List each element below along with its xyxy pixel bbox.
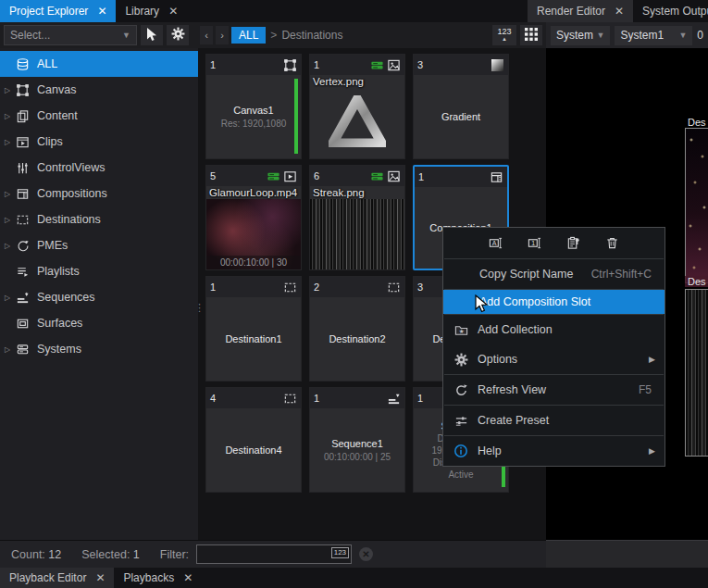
asset-tile-destination2[interactable]: 2Destination2 — [309, 276, 405, 382]
sidebar-item-label: Canvas — [37, 83, 76, 96]
sidebar-item-systems[interactable]: ▷Systems — [0, 336, 198, 362]
sidebar-item-label: PMEs — [37, 239, 68, 252]
tab-label: Library — [125, 5, 159, 18]
sidebar-item-compositions[interactable]: ▷Compositions — [0, 181, 198, 206]
sidebar-item-pmes[interactable]: ▷PMEs — [0, 232, 198, 258]
tab-project-explorer[interactable]: Project Explorer✕ — [0, 0, 116, 22]
tile-subtitle: 00:10:00:00 | 25 — [324, 452, 391, 462]
back-button[interactable]: ‹ — [200, 26, 213, 44]
shortcut-label: Ctrl+Shift+C — [591, 268, 652, 281]
pointer-tool-button[interactable] — [141, 25, 163, 45]
grid-view-button[interactable] — [520, 25, 542, 45]
close-icon[interactable]: ✕ — [183, 571, 193, 584]
paste-script-button[interactable] — [565, 234, 583, 253]
expand-arrow-icon[interactable]: ▷ — [0, 86, 15, 94]
tab-label: Playback Editor — [9, 571, 86, 584]
tile-number: 2 — [314, 281, 384, 293]
asset-tile-glamourloop-mp4[interactable]: 5GlamourLoop.mp400:00:10:00 | 30 — [205, 165, 302, 270]
asset-tile-vertex-png[interactable]: 1Vertex.png — [309, 54, 405, 159]
menu-item-create-preset[interactable]: Create Preset — [443, 406, 665, 435]
triangle-up-icon: ▲ — [502, 35, 507, 43]
canvas-icon — [283, 58, 297, 72]
tab-system-output[interactable]: System Output — [633, 0, 708, 22]
vertex-logo-thumbnail — [310, 75, 404, 158]
rename-text-button[interactable]: A — [487, 234, 505, 253]
close-icon[interactable]: ✕ — [615, 5, 624, 18]
forward-button[interactable]: › — [216, 26, 229, 44]
close-icon[interactable]: ✕ — [168, 5, 178, 18]
asset-tile-destination4[interactable]: 4Destination4 — [205, 387, 302, 493]
tab-playbacks[interactable]: Playbacks✕ — [114, 568, 202, 588]
sidebar-item-all[interactable]: ALL — [0, 51, 198, 77]
destination-preview[interactable] — [685, 289, 708, 457]
menu-item-options[interactable]: Options▶ — [443, 344, 665, 374]
filter-input[interactable] — [197, 549, 317, 560]
sidebar-item-clips[interactable]: ▷Clips — [0, 129, 198, 155]
expand-arrow-icon[interactable]: ▷ — [0, 190, 15, 198]
destination-preview[interactable]: Des — [685, 117, 708, 283]
asset-tile-canvas1[interactable]: 1Canvas1Res: 1920,1080 — [205, 54, 302, 159]
expand-arrow-icon[interactable]: ▷ — [0, 345, 15, 354]
tile-number: 1 — [314, 59, 367, 70]
tab-label: Render Editor — [537, 5, 605, 18]
composition-icon — [490, 170, 503, 184]
pmes-icon — [15, 238, 31, 254]
tab-library[interactable]: Library✕ — [116, 0, 187, 22]
asset-tile-sequence1[interactable]: 1Sequence100:10:00:00 | 25 — [309, 387, 405, 493]
gradient-icon — [491, 58, 504, 72]
system-instance-dropdown[interactable]: System1▼ — [615, 26, 692, 45]
tile-body: Canvas1Res: 1920,1080 — [206, 75, 301, 158]
expand-arrow-icon[interactable]: ▷ — [0, 294, 15, 302]
asset-tile-destination1[interactable]: 1Destination1 — [205, 276, 302, 382]
sidebar-item-controlviews[interactable]: ControlViews — [0, 155, 198, 181]
canvas-icon — [15, 82, 31, 98]
image-icon — [387, 169, 401, 183]
tab-playback-editor[interactable]: Playback Editor✕ — [0, 568, 114, 588]
rename-number-button[interactable]: 1 — [526, 234, 544, 253]
menu-item-help[interactable]: Help▶ — [443, 436, 665, 466]
selected-value: 1 — [133, 548, 140, 561]
video-icon — [283, 169, 297, 183]
close-icon[interactable]: ✕ — [95, 571, 105, 584]
asset-tile-streak-png[interactable]: 6Streak.png — [309, 165, 405, 270]
numbers-filter-button[interactable]: 123▲ — [492, 25, 516, 45]
destination-preview-label: Des — [685, 117, 708, 128]
tile-name: Gradient — [441, 111, 480, 122]
sidebar-item-playlists[interactable]: Playlists — [0, 258, 198, 284]
destination-preview-thumbnail — [685, 128, 708, 283]
playlists-icon — [15, 264, 31, 280]
tile-body: Sequence100:10:00:00 | 25 — [310, 408, 404, 492]
select-dropdown[interactable]: Select... ▼ — [4, 25, 137, 45]
expand-arrow-icon[interactable]: ▷ — [0, 242, 15, 250]
numbers-badge-icon: 123 — [331, 547, 349, 558]
sidebar-item-content[interactable]: ▷Content — [0, 103, 198, 129]
menu-item-label: Copy Script Name — [479, 268, 591, 281]
system-dropdown[interactable]: System▼ — [551, 26, 610, 45]
menu-item-label: Add Collection — [478, 323, 655, 336]
icon-spacer — [454, 294, 471, 310]
sidebar-item-canvas[interactable]: ▷Canvas — [0, 77, 198, 103]
delete-button[interactable] — [603, 234, 622, 253]
expand-arrow-icon[interactable]: ▷ — [0, 112, 15, 120]
expand-arrow-icon[interactable]: ▷ — [0, 138, 15, 146]
breadcrumb-root[interactable]: ALL — [231, 27, 266, 44]
systems-icon — [15, 342, 31, 357]
menu-item-add-collection[interactable]: ★Add Collection — [443, 315, 665, 344]
add-collection-icon: ★ — [453, 321, 469, 338]
close-icon[interactable]: ✕ — [97, 5, 106, 18]
breadcrumb-current[interactable]: Destinations — [281, 29, 342, 42]
mouse-cursor — [474, 294, 491, 318]
menu-item-label: Refresh View — [478, 383, 639, 396]
asset-tile-gradient[interactable]: 3Gradient — [413, 54, 509, 159]
expand-arrow-icon[interactable]: ▷ — [0, 216, 15, 224]
clear-filter-button[interactable]: ✕ — [359, 547, 373, 561]
menu-item-refresh-view[interactable]: Refresh ViewF5 — [443, 375, 665, 405]
sidebar-item-destinations[interactable]: ▷Destinations — [0, 206, 198, 232]
menu-item-label: Options — [478, 353, 649, 366]
tab-render-editor[interactable]: Render Editor✕ — [528, 0, 633, 22]
sidebar-item-surfaces[interactable]: Surfaces — [0, 310, 198, 336]
settings-gear-button[interactable] — [167, 25, 189, 45]
sidebar-item-sequences[interactable]: ▷Sequences — [0, 284, 198, 310]
menu-item-copy-script-name[interactable]: Copy Script NameCtrl+Shift+C — [443, 259, 665, 289]
splitter-handle[interactable]: ⋮ — [194, 289, 202, 326]
